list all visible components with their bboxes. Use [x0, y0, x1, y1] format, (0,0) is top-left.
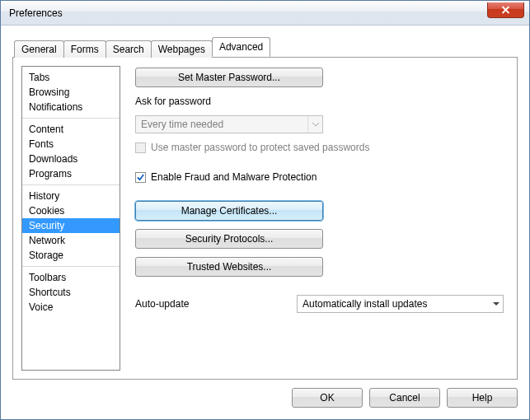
window-title: Preferences	[9, 7, 63, 19]
help-button[interactable]: Help	[447, 388, 518, 408]
tab-label: Forms	[71, 44, 99, 55]
tab-search[interactable]: Search	[106, 40, 152, 58]
auto-update-select[interactable]: Automatically install updates	[297, 295, 504, 313]
tab-label: Webpages	[158, 44, 205, 55]
password-mode-select: Every time needed	[135, 115, 323, 133]
ask-for-password-label: Ask for password	[135, 96, 504, 107]
tab-forms[interactable]: Forms	[63, 40, 106, 58]
chevron-down-icon	[493, 302, 500, 306]
sidebar-item-tabs[interactable]: Tabs	[22, 70, 120, 85]
sidebar-item-network[interactable]: Network	[22, 233, 120, 248]
security-protocols-button[interactable]: Security Protocols...	[135, 229, 323, 249]
sidebar-item-cookies[interactable]: Cookies	[22, 203, 120, 218]
sidebar-item-browsing[interactable]: Browsing	[22, 85, 120, 100]
auto-update-value: Automatically install updates	[303, 298, 427, 310]
tab-label: Advanced	[219, 41, 263, 53]
sidebar-item-fonts[interactable]: Fonts	[22, 137, 120, 152]
sidebar-item-downloads[interactable]: Downloads	[22, 152, 120, 166]
tab-advanced[interactable]: Advanced	[212, 37, 270, 57]
auto-update-label: Auto-update	[135, 298, 284, 310]
main-panel: Set Master Password... Ask for password …	[120, 66, 509, 371]
enable-fraud-checkbox[interactable]	[135, 172, 146, 183]
sidebar-item-storage[interactable]: Storage	[22, 248, 120, 263]
sidebar-item-voice[interactable]: Voice	[22, 300, 120, 315]
password-mode-value: Every time needed	[141, 119, 223, 130]
use-master-password-label: Use master password to protect saved pas…	[151, 142, 369, 153]
chevron-down-icon	[307, 116, 322, 133]
tab-label: General	[21, 44, 57, 55]
tab-label: Search	[113, 44, 144, 55]
client-area: General Forms Search Webpages Advanced T…	[1, 26, 529, 419]
cancel-button[interactable]: Cancel	[369, 388, 440, 408]
sidebar-item-programs[interactable]: Programs	[22, 166, 120, 181]
sidebar: Tabs Browsing Notifications Content Font…	[21, 66, 120, 371]
enable-fraud-row[interactable]: Enable Fraud and Malware Protection	[135, 171, 504, 183]
sidebar-item-notifications[interactable]: Notifications	[22, 100, 120, 114]
tab-webpages[interactable]: Webpages	[151, 40, 213, 58]
close-icon	[501, 6, 510, 14]
tab-panel: Tabs Browsing Notifications Content Font…	[12, 57, 518, 380]
sidebar-item-history[interactable]: History	[22, 189, 120, 203]
use-master-password-row: Use master password to protect saved pas…	[135, 142, 504, 153]
ok-button[interactable]: OK	[292, 388, 363, 408]
set-master-password-button[interactable]: Set Master Password...	[135, 68, 323, 87]
tabs-row: General Forms Search Webpages Advanced	[12, 37, 518, 57]
tab-general[interactable]: General	[14, 40, 64, 58]
enable-fraud-label: Enable Fraud and Malware Protection	[151, 171, 317, 183]
sidebar-item-toolbars[interactable]: Toolbars	[22, 270, 120, 285]
manage-certificates-button[interactable]: Manage Certificates...	[135, 201, 323, 221]
auto-update-row: Auto-update Automatically install update…	[135, 295, 504, 313]
titlebar: Preferences	[1, 1, 529, 26]
trusted-websites-button[interactable]: Trusted Websites...	[135, 257, 323, 277]
sidebar-item-security[interactable]: Security	[22, 218, 120, 233]
dialog-footer: OK Cancel Help	[12, 380, 518, 408]
sidebar-item-content[interactable]: Content	[22, 122, 120, 137]
close-button[interactable]	[487, 2, 524, 18]
use-master-password-checkbox	[135, 142, 146, 153]
sidebar-item-shortcuts[interactable]: Shortcuts	[22, 285, 120, 300]
